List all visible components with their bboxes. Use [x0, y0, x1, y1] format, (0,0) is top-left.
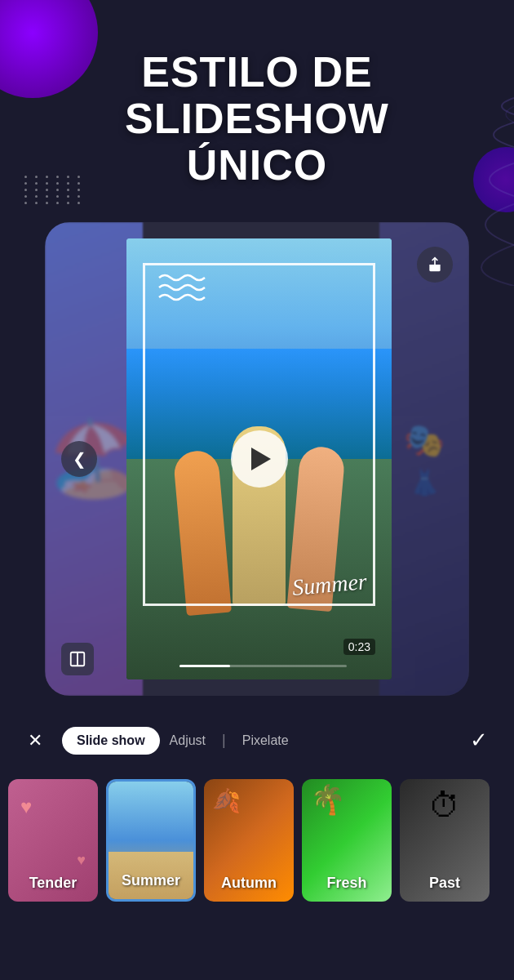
title-line2: ÚNICO [16, 142, 498, 189]
bottom-toolbar: ✕ Slide show Adjust | Pixelate ✓ [0, 712, 514, 769]
play-button[interactable] [231, 430, 288, 488]
filter-summer-thumb: Summer [109, 782, 193, 899]
filter-past-thumb: ⏱ Past [400, 779, 490, 902]
right-image-content2: 👗 [410, 468, 440, 497]
title-line1: ESTILO DE SLIDESHOW [16, 49, 498, 142]
center-video-area: Summer 0:23 [126, 238, 392, 679]
filter-past-label: Past [429, 875, 460, 892]
tab-divider: | [222, 732, 226, 749]
share-button[interactable] [417, 247, 453, 283]
filter-fresh-label: Fresh [326, 875, 366, 892]
title-section: ESTILO DE SLIDESHOW ÚNICO [0, 0, 514, 206]
tab-slideshow[interactable]: Slide show [62, 727, 160, 755]
nav-back-button[interactable]: ❮ [61, 441, 97, 477]
filter-fresh-thumb: 🌴 Fresh [302, 779, 392, 902]
video-progress-bar[interactable] [179, 665, 347, 667]
heart-icon-2: ♥ [77, 852, 86, 869]
filter-row: ♥ ♥ Tender Summer 🍂 Autumn 🌴 Fresh ⏱ Pas… [0, 769, 514, 912]
palm-icon: 🌴 [310, 783, 346, 817]
compare-button[interactable] [61, 643, 94, 675]
filter-tender[interactable]: ♥ ♥ Tender [8, 779, 98, 902]
share-icon [427, 256, 443, 273]
progress-fill [179, 665, 230, 667]
confirm-button[interactable]: ✓ [464, 726, 494, 755]
checkmark-icon: ✓ [470, 728, 488, 753]
filter-autumn-thumb: 🍂 Autumn [204, 779, 294, 902]
filter-autumn-label: Autumn [221, 875, 277, 892]
filter-autumn[interactable]: 🍂 Autumn [204, 779, 294, 902]
phone-preview-card: 🏖️ 🎭 👗 [45, 222, 469, 696]
main-title: ESTILO DE SLIDESHOW ÚNICO [16, 49, 498, 189]
filter-tender-label: Tender [29, 875, 78, 892]
side-image-right: 🎭 👗 [379, 222, 469, 696]
chevron-left-icon: ❮ [73, 449, 86, 469]
person-1 [173, 449, 232, 616]
watch-icon: ⏱ [428, 787, 461, 824]
toolbar-tabs: Slide show Adjust | Pixelate [62, 727, 452, 755]
close-icon: ✕ [28, 730, 42, 751]
filter-tender-thumb: ♥ ♥ Tender [8, 779, 98, 902]
heart-icon: ♥ [20, 795, 32, 818]
wavy-decoration [155, 271, 212, 307]
filter-summer[interactable]: Summer [106, 779, 196, 902]
leaf-icon: 🍂 [212, 787, 241, 814]
filter-fresh[interactable]: 🌴 Fresh [302, 779, 392, 902]
close-button[interactable]: ✕ [20, 726, 50, 755]
play-triangle-icon [251, 448, 271, 470]
tab-pixelate[interactable]: Pixelate [233, 727, 299, 755]
compare-icon [69, 650, 86, 668]
filter-summer-label: Summer [122, 872, 180, 889]
right-image-content: 🎭 [404, 421, 445, 460]
filter-past[interactable]: ⏱ Past [400, 779, 490, 902]
tab-adjust[interactable]: Adjust [160, 727, 215, 755]
time-indicator: 0:23 [343, 639, 375, 655]
